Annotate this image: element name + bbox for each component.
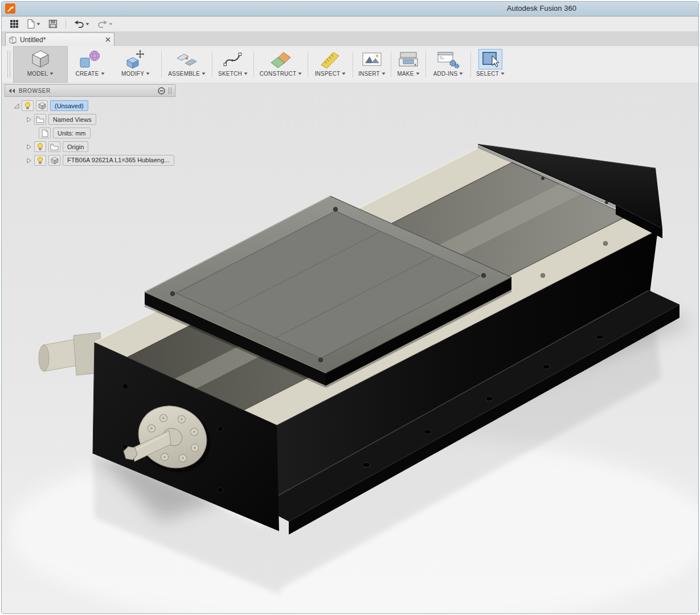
ribbon-label: SKETCH [218,71,242,77]
component-icon [48,155,60,166]
chevron-down-icon [50,72,54,75]
chevron-down-icon [501,72,505,75]
expand-arrow-icon[interactable] [14,103,19,109]
close-tab-icon[interactable] [105,37,110,42]
component-icon [36,100,48,111]
ribbon-toolbar: MODEL CREATE MODIFY [2,46,698,83]
chevron-down-icon [459,72,463,75]
ribbon-separator [391,51,391,77]
redo-icon [97,20,108,28]
visibility-bulb-icon[interactable] [22,100,34,111]
browser-panel: BROWSER (Unsaved) [5,84,175,166]
model-handle [39,333,103,375]
ribbon-label: MODIFY [121,71,144,77]
ribbon-separator [470,51,471,77]
ribbon-label: SELECT [476,71,499,77]
expand-arrow-icon[interactable] [26,144,32,150]
ribbon-sketch[interactable]: SKETCH [215,46,251,83]
fusion-window: Autodesk Fusion 360 [1,1,699,614]
file-menu-button[interactable] [24,18,43,30]
save-icon [48,19,58,28]
toolbar-separator [66,19,66,28]
panel-resize-grip[interactable] [169,87,171,94]
ribbon-separator [353,51,353,77]
expand-arrow-icon[interactable] [26,158,32,163]
ribbon-modify[interactable]: MODIFY [112,46,159,83]
browser-item-origin[interactable]: Origin [5,141,175,153]
browser-item-named-views[interactable]: Named Views [5,113,175,125]
ribbon-select[interactable]: SELECT [473,46,507,83]
ribbon-label: INSERT [358,71,380,77]
document-tab-bar: Untitled* [2,31,698,47]
construct-icon [269,49,293,69]
browser-item-label[interactable]: Units: mm [53,128,91,138]
visibility-bulb-icon[interactable] [34,141,46,152]
redo-button[interactable] [95,19,115,30]
insert-icon [361,49,383,69]
document-icon [9,36,17,44]
chevron-down-icon [382,72,386,75]
ribbon-separator [161,51,162,77]
browser-title: BROWSER [19,88,154,94]
ribbon-separator [253,51,254,77]
fusion-logo-icon [5,3,15,14]
toolbar-grip[interactable] [7,51,10,78]
chevron-down-icon [101,72,105,75]
chevron-down-icon [109,23,113,26]
ribbon-label: INSPECT [315,71,341,77]
browser-tree: (Unsaved) Named Views Units: mm [5,100,175,166]
ribbon-make[interactable]: MAKE [394,46,423,83]
expand-arrow-icon[interactable] [26,117,32,122]
inspect-icon [320,49,341,69]
minimize-panel-icon[interactable] [158,87,165,95]
ribbon-separator [212,51,212,77]
app-grid-icon [10,19,19,28]
ribbon-label: CONSTRUCT [260,71,297,77]
app-grid-button[interactable] [7,18,21,30]
sketch-icon [223,49,243,69]
ribbon-label: MODEL [27,71,48,77]
ribbon-label: MAKE [397,71,414,77]
chevron-down-icon [244,72,248,75]
make-icon [397,49,420,69]
create-icon [79,49,101,69]
ribbon-insert[interactable]: INSERT [355,46,388,83]
browser-header[interactable]: BROWSER [5,84,175,97]
browser-item-units[interactable]: Units: mm [5,127,175,139]
undo-icon [74,20,84,28]
chevron-down-icon [342,72,346,75]
ribbon-add-ins[interactable]: ADD-INS [428,46,468,83]
collapse-panel-icon[interactable] [9,88,15,93]
tab-title: Untitled* [20,36,102,44]
chevron-down-icon [416,72,420,75]
chevron-down-icon [202,72,206,75]
ribbon-model[interactable]: MODEL [13,46,68,83]
assemble-icon [175,49,198,69]
chevron-down-icon [85,23,89,26]
browser-item-label[interactable]: (Unsaved) [50,100,88,111]
ribbon-label: ASSEMBLE [168,71,200,77]
browser-item-label[interactable]: FTB06A 92621A L1=365 Hublaeng... [63,155,174,166]
chevron-down-icon [36,23,40,26]
ribbon-label: CREATE [75,71,99,77]
document-icon [39,128,51,138]
ribbon-create[interactable]: CREATE [68,46,112,83]
window-title: Autodesk Fusion 360 [507,4,576,13]
browser-item-label[interactable]: Origin [63,141,88,152]
add-ins-icon [436,49,460,69]
ribbon-assemble[interactable]: ASSEMBLE [164,46,210,83]
ribbon-inspect[interactable]: INSPECT [310,46,350,83]
title-bar: Autodesk Fusion 360 [2,2,698,17]
save-button[interactable] [46,18,60,30]
ribbon-separator [425,51,426,77]
chevron-down-icon [146,72,150,75]
undo-button[interactable] [72,19,92,30]
ribbon-construct[interactable]: CONSTRUCT [256,46,305,83]
browser-item-label[interactable]: Named Views [48,114,96,125]
browser-item-component[interactable]: FTB06A 92621A L1=365 Hublaeng... [5,154,175,166]
tab-untitled[interactable]: Untitled* [5,32,114,46]
browser-item-root[interactable]: (Unsaved) [5,100,175,112]
quick-toolbar [2,17,698,32]
visibility-bulb-icon[interactable] [34,155,46,166]
modify-icon [124,49,147,69]
